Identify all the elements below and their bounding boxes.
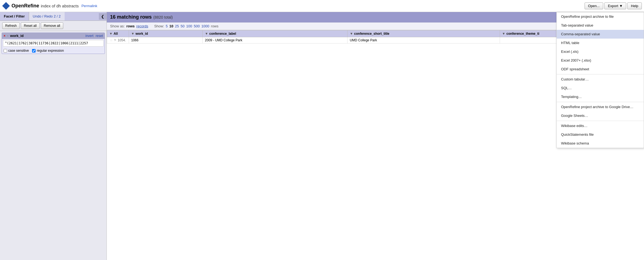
left-panel-buttons: Refresh Reset all Remove all xyxy=(0,21,107,31)
export-menu-item-odf-spreadsheet[interactable]: ODF spreadsheet xyxy=(557,65,644,74)
export-menu-item-sql[interactable]: SQL… xyxy=(557,84,644,93)
row-number: 1054. xyxy=(118,38,126,42)
facet-title-bar: × − work_id invert reset xyxy=(2,33,105,39)
facet-close-icon[interactable]: × xyxy=(4,34,5,38)
facet-collapse-icon[interactable]: − xyxy=(7,34,8,38)
count-5[interactable]: 5 xyxy=(166,24,168,28)
undo-redo-count: 2 / 2 xyxy=(54,14,61,18)
export-menu-item-comma-separated[interactable]: Comma-separated value xyxy=(557,30,644,39)
export-menu-item-html-table[interactable]: HTML table xyxy=(557,39,644,47)
openrefine-logo xyxy=(2,2,10,10)
app-title: OpenRefine xyxy=(12,3,39,9)
main-area: Facet / Filter Undo / Redo 2 / 2 ❮ Refre… xyxy=(0,12,644,260)
facet-header: Facet / Filter Undo / Redo 2 / 2 ❮ xyxy=(0,12,107,21)
col-work-id-dropdown-icon[interactable]: ▼ xyxy=(131,32,134,36)
rows-label: rows xyxy=(211,24,218,28)
case-sensitive-label[interactable]: case sensitive xyxy=(4,49,29,53)
count-50[interactable]: 50 xyxy=(181,24,185,28)
facet-invert-link[interactable]: invert xyxy=(85,34,93,38)
count-25[interactable]: 25 xyxy=(175,24,179,28)
export-label: Export xyxy=(608,4,618,8)
facet-reset-link[interactable]: reset xyxy=(96,34,103,38)
facet-panel: × − work_id invert reset ^(2621|1762|387… xyxy=(0,31,107,260)
export-menu-item-excel-xlsx[interactable]: Excel 2007+ (.xlsx) xyxy=(557,56,644,65)
export-menu-item-wikibase-schema[interactable]: Wikibase schema xyxy=(557,139,644,148)
col-all-label: All xyxy=(114,32,118,36)
export-menu-item-archive-to-file[interactable]: OpenRefine project archive to file xyxy=(557,12,644,21)
regular-expression-text: regular expression xyxy=(37,49,64,53)
undo-redo-tab[interactable]: Undo / Redo 2 / 2 xyxy=(29,12,65,21)
regular-expression-checkbox[interactable] xyxy=(32,49,36,53)
row-actions-cell: ☆ ⚑ 1054. xyxy=(107,37,129,44)
cell-conference-label: 2009 - UMD College Park xyxy=(203,37,347,44)
star-icon[interactable]: ☆ xyxy=(110,38,113,42)
col-all-header: ▼ All xyxy=(107,30,129,37)
case-sensitive-checkbox[interactable] xyxy=(4,49,7,53)
count-10[interactable]: 10 xyxy=(169,24,173,28)
count-1000[interactable]: 1000 xyxy=(201,24,209,28)
col-conference-label-header: ▼ conference_label xyxy=(203,30,347,37)
export-menu-item-archive-google-drive[interactable]: OpenRefine project archive to Google Dri… xyxy=(557,103,644,111)
cell-work-id: 1066 xyxy=(129,37,203,44)
col-conference-theme-ti-label: conference_theme_ti xyxy=(507,32,539,36)
export-menu-item-google-sheets[interactable]: Google Sheets… xyxy=(557,111,644,120)
col-work-id-header: ▼ work_id xyxy=(129,30,203,37)
regular-expression-label[interactable]: regular expression xyxy=(32,49,64,53)
col-conference-theme-ti-dropdown-icon[interactable]: ▼ xyxy=(502,32,505,36)
topbar: OpenRefine index of dh abstracts Permali… xyxy=(0,0,644,12)
export-menu-item-excel-xls[interactable]: Excel (.xls) xyxy=(557,47,644,56)
export-menu-item-custom-tabular[interactable]: Custom tabular… xyxy=(557,75,644,84)
show-as-label: Show as: xyxy=(110,24,125,28)
matching-rows-count: 16 matching rows xyxy=(110,14,152,20)
col-all-dropdown-icon[interactable]: ▼ xyxy=(109,32,113,36)
flag-icon[interactable]: ⚑ xyxy=(114,38,117,42)
export-button[interactable]: Export ▼ xyxy=(604,2,626,9)
case-sensitive-text: case sensitive xyxy=(8,49,29,53)
permalink-link[interactable]: Permalink xyxy=(81,4,97,8)
col-conference-short-title-dropdown-icon[interactable]: ▼ xyxy=(350,32,353,36)
export-menu-item-tab-separated[interactable]: Tab-separated value xyxy=(557,21,644,30)
topbar-right: Open... Export ▼ Help xyxy=(585,2,642,9)
col-work-id-label: work_id xyxy=(136,32,148,36)
facet-options: case sensitive regular expression xyxy=(2,48,105,54)
cell-conference-short-title: UMD College Park xyxy=(347,37,500,44)
reset-all-button[interactable]: Reset all xyxy=(21,22,40,29)
export-menu-item-wikibase-edits[interactable]: Wikibase edits… xyxy=(557,122,644,130)
refresh-button[interactable]: Refresh xyxy=(2,22,20,29)
undo-redo-label: Undo / Redo xyxy=(33,14,53,18)
export-arrow-icon: ▼ xyxy=(619,4,623,8)
remove-all-button[interactable]: Remove all xyxy=(41,22,63,29)
total-rows-count: (8820 total) xyxy=(153,15,173,19)
project-name: index of dh abstracts xyxy=(41,4,79,8)
export-dropdown-menu: OpenRefine project archive to fileTab-se… xyxy=(556,12,644,148)
facet-box-work-id: × − work_id invert reset ^(2621|1762|387… xyxy=(2,33,105,54)
help-button[interactable]: Help xyxy=(627,2,642,9)
facet-filter-tab[interactable]: Facet / Filter xyxy=(0,12,29,21)
col-conference-short-title-header: ▼ conference_short_title xyxy=(347,30,500,37)
col-conference-label-label: conference_label xyxy=(209,32,236,36)
collapse-panel-button[interactable]: ❮ xyxy=(99,13,107,20)
records-view-option[interactable]: records xyxy=(136,24,148,28)
count-500[interactable]: 500 xyxy=(194,24,200,28)
count-100[interactable]: 100 xyxy=(186,24,192,28)
facet-regex-value[interactable]: ^(2621|1762|3879|11736|2822|1066|2111|22… xyxy=(3,40,104,47)
col-conference-short-title-label: conference_short_title xyxy=(354,32,389,36)
show-label: Show: xyxy=(154,24,164,28)
col-conference-label-dropdown-icon[interactable]: ▼ xyxy=(205,32,208,36)
facet-field-name: work_id xyxy=(10,34,85,38)
export-menu-item-templating[interactable]: Templating… xyxy=(557,93,644,101)
left-panel: Facet / Filter Undo / Redo 2 / 2 ❮ Refre… xyxy=(0,12,107,260)
open-button[interactable]: Open... xyxy=(585,2,603,9)
export-menu-item-quickstatements[interactable]: QuickStatements file xyxy=(557,130,644,139)
rows-view-option[interactable]: rows xyxy=(126,24,134,28)
